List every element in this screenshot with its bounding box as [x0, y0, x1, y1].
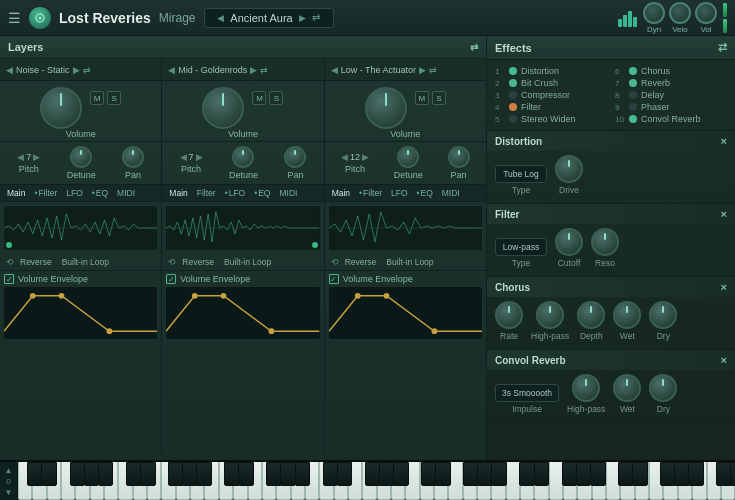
effect-item-filter[interactable]: 4 Filter — [495, 101, 607, 113]
layer-2-next[interactable]: ▶ — [250, 65, 257, 75]
black-key-oct2-3[interactable] — [280, 462, 296, 486]
layer-3-tab-filter[interactable]: Filter — [356, 187, 385, 199]
filter-close-btn[interactable]: × — [721, 208, 727, 220]
layer-2-waveform-marker[interactable] — [312, 242, 318, 248]
layer-3-tab-midi[interactable]: MIDI — [439, 187, 463, 199]
convolreverb-close-btn[interactable]: × — [721, 354, 727, 366]
filter-type-value[interactable]: Low-pass — [495, 238, 547, 256]
layer-1-m-btn[interactable]: M — [90, 91, 104, 105]
effect-item-distortion[interactable]: 1 Distortion — [495, 65, 607, 77]
effect-item-delay[interactable]: 8 Delay — [615, 89, 727, 101]
layer-3-envelope-checkbox[interactable]: ✓ — [329, 274, 339, 284]
distortion-drive-knob[interactable] — [555, 155, 583, 183]
layer-3-tab-lfo[interactable]: LFO — [388, 187, 411, 199]
layer-2-tab-filter[interactable]: Filter — [194, 187, 219, 199]
layer-1-reverse-label[interactable]: Reverse — [20, 257, 52, 267]
velo-knob[interactable] — [669, 2, 691, 24]
effect-item-chorus[interactable]: 6 Chorus — [615, 65, 727, 77]
chorus-depth-knob[interactable] — [577, 301, 605, 329]
layer-3-prev[interactable]: ◀ — [331, 65, 338, 75]
layer-1-loop-label[interactable]: Built-in Loop — [62, 257, 109, 267]
chorus-rate-knob[interactable] — [495, 301, 523, 329]
convolreverb-impulse-value[interactable]: 3s Smooooth — [495, 384, 559, 402]
layers-shuffle-icon[interactable]: ⇄ — [470, 42, 478, 53]
layer-2-s-btn[interactable]: S — [269, 91, 283, 105]
layer-1-s-btn[interactable]: S — [107, 91, 121, 105]
chorus-wet-knob[interactable] — [613, 301, 641, 329]
black-key-oct0-1[interactable] — [41, 462, 57, 486]
piano-down-arrow[interactable]: ▼ — [5, 488, 13, 497]
effect-item-reverb[interactable]: 7 Reverb — [615, 77, 727, 89]
layer-2-pitch-next[interactable]: ▶ — [196, 152, 203, 162]
layer-1-envelope-checkbox[interactable]: ✓ — [4, 274, 14, 284]
layer-2-tab-midi[interactable]: MIDI — [276, 187, 300, 199]
preset-next-icon[interactable]: ▶ — [299, 13, 306, 23]
preset-shuffle-icon[interactable]: ⇄ — [312, 12, 320, 23]
black-key-oct7-1[interactable] — [730, 462, 735, 486]
layer-2-volume-knob-control[interactable] — [202, 87, 244, 129]
layer-1-prev[interactable]: ◀ — [6, 65, 13, 75]
white-key-e6[interactable] — [549, 462, 563, 500]
layer-1-tab-lfo[interactable]: LFO — [63, 187, 86, 199]
black-key-oct0-2[interactable] — [70, 462, 86, 486]
convolreverb-highpass-knob[interactable] — [572, 374, 600, 402]
white-key-b5[interactable] — [506, 462, 520, 500]
black-key-oct5-1[interactable] — [534, 462, 550, 486]
layer-3-s-btn[interactable]: S — [432, 91, 446, 105]
black-key-oct6-4[interactable] — [688, 462, 704, 486]
effect-item-compressor[interactable]: 3 Compressor — [495, 89, 607, 101]
convolreverb-wet-knob[interactable] — [613, 374, 641, 402]
black-key-oct1-1[interactable] — [140, 462, 156, 486]
black-key-oct4-1[interactable] — [435, 462, 451, 486]
effect-item-bitcrush[interactable]: 2 Bit Crush — [495, 77, 607, 89]
layer-2-reverse-label[interactable]: Reverse — [182, 257, 214, 267]
layer-2-tab-eq[interactable]: EQ — [251, 187, 273, 199]
layer-3-pitch-prev[interactable]: ◀ — [341, 152, 348, 162]
layer-1-pitch-prev[interactable]: ◀ — [17, 152, 24, 162]
layer-3-volume-knob-control[interactable] — [365, 87, 407, 129]
layer-2-tab-main[interactable]: Main — [166, 187, 190, 199]
layer-1-detune-knob[interactable] — [70, 146, 92, 168]
black-key-oct2-1[interactable] — [238, 462, 254, 486]
layer-3-m-btn[interactable]: M — [415, 91, 429, 105]
chorus-dry-knob[interactable] — [649, 301, 677, 329]
layer-1-pitch-next[interactable]: ▶ — [33, 152, 40, 162]
layer-2-detune-knob[interactable] — [232, 146, 254, 168]
vol-knob[interactable] — [695, 2, 717, 24]
layer-2-envelope-checkbox[interactable]: ✓ — [166, 274, 176, 284]
layer-1-shuffle[interactable]: ⇄ — [83, 65, 91, 75]
layer-1-tab-filter[interactable]: Filter — [31, 187, 60, 199]
layer-1-tab-midi[interactable]: MIDI — [114, 187, 138, 199]
layer-2-pitch-prev[interactable]: ◀ — [180, 152, 187, 162]
layer-2-prev[interactable]: ◀ — [168, 65, 175, 75]
preset-selector[interactable]: ◀ Ancient Aura ▶ ⇄ — [204, 8, 334, 28]
effect-item-convolreverb[interactable]: 10 Convol Reverb — [615, 113, 727, 125]
black-key-oct3-4[interactable] — [393, 462, 409, 486]
black-key-oct6-1[interactable] — [632, 462, 648, 486]
dyn-knob[interactable] — [643, 2, 665, 24]
chorus-highpass-knob[interactable] — [536, 301, 564, 329]
layer-3-pan-knob[interactable] — [448, 146, 470, 168]
layer-3-detune-knob[interactable] — [397, 146, 419, 168]
layer-1-waveform-marker[interactable] — [6, 242, 12, 248]
black-key-oct3-1[interactable] — [337, 462, 353, 486]
black-key-oct5-0[interactable] — [519, 462, 535, 486]
distortion-close-btn[interactable]: × — [721, 135, 727, 147]
layer-1-tab-main[interactable]: Main — [4, 187, 28, 199]
piano-up-arrow[interactable]: ▲ — [5, 466, 13, 475]
layer-3-reverse-label[interactable]: Reverse — [345, 257, 377, 267]
layer-2-loop-label[interactable]: Built-in Loop — [224, 257, 271, 267]
effects-shuffle-icon[interactable]: ⇄ — [718, 41, 727, 54]
black-key-oct4-4[interactable] — [491, 462, 507, 486]
layer-3-tab-eq[interactable]: EQ — [414, 187, 436, 199]
black-key-oct5-4[interactable] — [590, 462, 606, 486]
hamburger-icon[interactable]: ☰ — [8, 10, 21, 26]
effect-item-phaser[interactable]: 9 Phaser — [615, 101, 727, 113]
layer-3-pitch-next[interactable]: ▶ — [362, 152, 369, 162]
layer-2-m-btn[interactable]: M — [252, 91, 266, 105]
filter-reso-knob[interactable] — [591, 228, 619, 256]
layer-2-tab-lfo[interactable]: LFO — [222, 187, 249, 199]
layer-3-shuffle[interactable]: ⇄ — [429, 65, 437, 75]
effect-item-stereowiden[interactable]: 5 Stereo Widen — [495, 113, 607, 125]
convolreverb-dry-knob[interactable] — [649, 374, 677, 402]
